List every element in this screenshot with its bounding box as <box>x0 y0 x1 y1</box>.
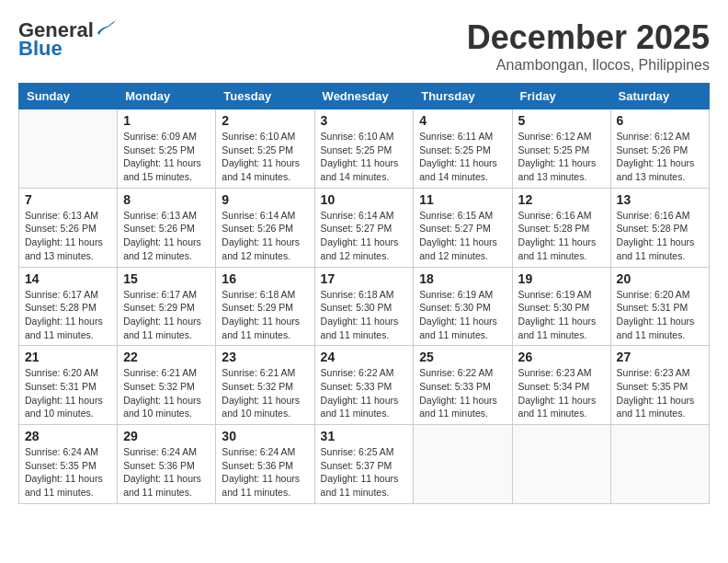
day-number: 28 <box>25 429 111 443</box>
calendar-cell <box>19 109 118 189</box>
header-saturday: Saturday <box>610 84 709 109</box>
day-number: 11 <box>419 192 506 207</box>
day-info: Sunrise: 6:21 AM Sunset: 5:32 PM Dayligh… <box>123 366 210 420</box>
logo-bird-icon <box>96 20 116 37</box>
day-number: 3 <box>321 113 408 128</box>
day-info: Sunrise: 6:23 AM Sunset: 5:35 PM Dayligh… <box>617 366 703 420</box>
day-number: 26 <box>518 350 605 364</box>
logo-blue: Blue <box>18 37 63 61</box>
day-info: Sunrise: 6:16 AM Sunset: 5:28 PM Dayligh… <box>617 209 703 263</box>
calendar-cell: 15Sunrise: 6:17 AM Sunset: 5:29 PM Dayli… <box>118 267 216 346</box>
calendar-week-row: 28Sunrise: 6:24 AM Sunset: 5:35 PM Dayli… <box>19 425 710 504</box>
day-info: Sunrise: 6:22 AM Sunset: 5:33 PM Dayligh… <box>321 366 408 420</box>
header-thursday: Thursday <box>414 84 512 109</box>
calendar-week-row: 14Sunrise: 6:17 AM Sunset: 5:28 PM Dayli… <box>19 267 710 346</box>
day-number: 27 <box>617 350 703 364</box>
day-info: Sunrise: 6:20 AM Sunset: 5:31 PM Dayligh… <box>25 366 111 420</box>
calendar-cell: 25Sunrise: 6:22 AM Sunset: 5:33 PM Dayli… <box>414 346 512 425</box>
day-info: Sunrise: 6:14 AM Sunset: 5:27 PM Dayligh… <box>321 209 408 263</box>
day-number: 18 <box>419 271 506 286</box>
day-number: 16 <box>222 271 308 286</box>
calendar-cell: 12Sunrise: 6:16 AM Sunset: 5:28 PM Dayli… <box>512 188 610 267</box>
day-info: Sunrise: 6:19 AM Sunset: 5:30 PM Dayligh… <box>419 288 506 342</box>
calendar-cell: 4Sunrise: 6:11 AM Sunset: 5:25 PM Daylig… <box>414 109 512 189</box>
calendar-cell: 6Sunrise: 6:12 AM Sunset: 5:26 PM Daylig… <box>610 109 709 189</box>
calendar-cell: 8Sunrise: 6:13 AM Sunset: 5:26 PM Daylig… <box>118 188 216 267</box>
day-info: Sunrise: 6:25 AM Sunset: 5:37 PM Dayligh… <box>321 445 408 500</box>
day-number: 12 <box>518 192 605 207</box>
header-wednesday: Wednesday <box>314 84 414 109</box>
calendar-cell: 22Sunrise: 6:21 AM Sunset: 5:32 PM Dayli… <box>118 346 216 425</box>
calendar-cell: 18Sunrise: 6:19 AM Sunset: 5:30 PM Dayli… <box>414 267 512 346</box>
day-number: 23 <box>222 350 308 364</box>
calendar-cell: 3Sunrise: 6:10 AM Sunset: 5:25 PM Daylig… <box>314 109 414 189</box>
header-sunday: Sunday <box>19 84 118 109</box>
day-info: Sunrise: 6:10 AM Sunset: 5:25 PM Dayligh… <box>321 130 408 184</box>
day-number: 14 <box>25 271 111 286</box>
logo: General Blue <box>18 18 116 61</box>
day-info: Sunrise: 6:16 AM Sunset: 5:28 PM Dayligh… <box>518 209 605 263</box>
calendar-cell: 11Sunrise: 6:15 AM Sunset: 5:27 PM Dayli… <box>414 188 512 267</box>
day-number: 29 <box>123 429 210 443</box>
calendar-cell <box>414 425 512 504</box>
day-info: Sunrise: 6:09 AM Sunset: 5:25 PM Dayligh… <box>123 130 210 184</box>
calendar-cell: 24Sunrise: 6:22 AM Sunset: 5:33 PM Dayli… <box>314 346 414 425</box>
calendar-cell: 17Sunrise: 6:18 AM Sunset: 5:30 PM Dayli… <box>314 267 414 346</box>
day-number: 31 <box>321 429 408 443</box>
calendar-cell: 1Sunrise: 6:09 AM Sunset: 5:25 PM Daylig… <box>118 109 216 189</box>
day-info: Sunrise: 6:12 AM Sunset: 5:25 PM Dayligh… <box>518 130 605 184</box>
calendar-cell: 9Sunrise: 6:14 AM Sunset: 5:26 PM Daylig… <box>216 188 314 267</box>
calendar-cell: 14Sunrise: 6:17 AM Sunset: 5:28 PM Dayli… <box>19 267 118 346</box>
day-info: Sunrise: 6:17 AM Sunset: 5:29 PM Dayligh… <box>123 288 210 342</box>
calendar-cell: 13Sunrise: 6:16 AM Sunset: 5:28 PM Dayli… <box>610 188 709 267</box>
day-number: 2 <box>222 113 308 128</box>
header-tuesday: Tuesday <box>216 84 314 109</box>
calendar-cell <box>512 425 610 504</box>
calendar-cell: 26Sunrise: 6:23 AM Sunset: 5:34 PM Dayli… <box>512 346 610 425</box>
calendar-cell <box>610 425 709 504</box>
day-info: Sunrise: 6:17 AM Sunset: 5:28 PM Dayligh… <box>25 288 111 342</box>
day-info: Sunrise: 6:14 AM Sunset: 5:26 PM Dayligh… <box>222 209 308 263</box>
day-info: Sunrise: 6:18 AM Sunset: 5:29 PM Dayligh… <box>222 288 308 342</box>
day-info: Sunrise: 6:24 AM Sunset: 5:35 PM Dayligh… <box>25 445 111 500</box>
calendar-cell: 16Sunrise: 6:18 AM Sunset: 5:29 PM Dayli… <box>216 267 314 346</box>
day-number: 22 <box>123 350 210 364</box>
day-number: 1 <box>123 113 210 128</box>
day-info: Sunrise: 6:10 AM Sunset: 5:25 PM Dayligh… <box>222 130 308 184</box>
day-info: Sunrise: 6:23 AM Sunset: 5:34 PM Dayligh… <box>518 366 605 420</box>
day-number: 10 <box>321 192 408 207</box>
month-title: December 2025 <box>467 18 710 57</box>
header-monday: Monday <box>118 84 216 109</box>
day-info: Sunrise: 6:13 AM Sunset: 5:26 PM Dayligh… <box>25 209 111 263</box>
calendar-cell: 21Sunrise: 6:20 AM Sunset: 5:31 PM Dayli… <box>19 346 118 425</box>
day-info: Sunrise: 6:12 AM Sunset: 5:26 PM Dayligh… <box>617 130 703 184</box>
calendar-cell: 31Sunrise: 6:25 AM Sunset: 5:37 PM Dayli… <box>314 425 414 504</box>
day-number: 8 <box>123 192 210 207</box>
calendar-week-row: 1Sunrise: 6:09 AM Sunset: 5:25 PM Daylig… <box>19 109 710 189</box>
calendar-cell: 5Sunrise: 6:12 AM Sunset: 5:25 PM Daylig… <box>512 109 610 189</box>
day-number: 19 <box>518 271 605 286</box>
day-number: 6 <box>617 113 703 128</box>
calendar-cell: 19Sunrise: 6:19 AM Sunset: 5:30 PM Dayli… <box>512 267 610 346</box>
day-number: 9 <box>222 192 308 207</box>
day-info: Sunrise: 6:11 AM Sunset: 5:25 PM Dayligh… <box>419 130 506 184</box>
calendar-cell: 27Sunrise: 6:23 AM Sunset: 5:35 PM Dayli… <box>610 346 709 425</box>
page-header: General Blue December 2025 Anambongan, I… <box>18 18 710 74</box>
day-number: 13 <box>617 192 703 207</box>
calendar-cell: 10Sunrise: 6:14 AM Sunset: 5:27 PM Dayli… <box>314 188 414 267</box>
day-info: Sunrise: 6:24 AM Sunset: 5:36 PM Dayligh… <box>123 445 210 500</box>
calendar-cell: 29Sunrise: 6:24 AM Sunset: 5:36 PM Dayli… <box>118 425 216 504</box>
location: Anambongan, Ilocos, Philippines <box>467 57 710 74</box>
calendar-cell: 30Sunrise: 6:24 AM Sunset: 5:36 PM Dayli… <box>216 425 314 504</box>
calendar-week-row: 7Sunrise: 6:13 AM Sunset: 5:26 PM Daylig… <box>19 188 710 267</box>
day-number: 5 <box>518 113 605 128</box>
calendar-cell: 2Sunrise: 6:10 AM Sunset: 5:25 PM Daylig… <box>216 109 314 189</box>
calendar-table: SundayMondayTuesdayWednesdayThursdayFrid… <box>18 83 710 504</box>
header-friday: Friday <box>512 84 610 109</box>
title-block: December 2025 Anambongan, Ilocos, Philip… <box>467 18 710 74</box>
calendar-cell: 20Sunrise: 6:20 AM Sunset: 5:31 PM Dayli… <box>610 267 709 346</box>
day-number: 20 <box>617 271 703 286</box>
day-info: Sunrise: 6:15 AM Sunset: 5:27 PM Dayligh… <box>419 209 506 263</box>
day-number: 24 <box>321 350 408 364</box>
day-number: 7 <box>25 192 111 207</box>
